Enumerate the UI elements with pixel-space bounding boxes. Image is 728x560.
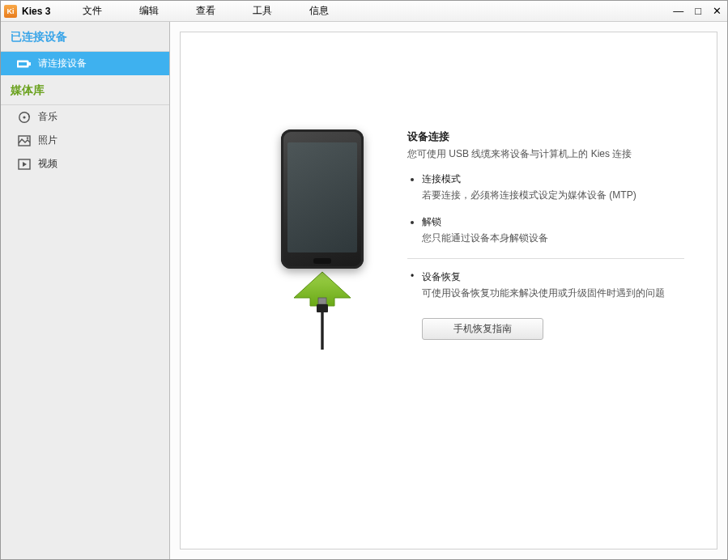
info-column: 设备连接 您可使用 USB 线缆来将设备与计算机上的 Kies 连接 连接模式 … xyxy=(383,129,684,354)
phone-illustration xyxy=(262,129,383,354)
bullet-desc: 若要连接，必须将连接模式设定为媒体设备 (MTP) xyxy=(422,189,684,202)
minimize-button[interactable]: — xyxy=(671,5,686,17)
sidebar-item-label: 照片 xyxy=(38,134,57,147)
sidebar-item-photos[interactable]: 照片 xyxy=(1,129,169,152)
sidebar-item-connect-device[interactable]: 请连接设备 xyxy=(1,52,169,75)
main-panel: 设备连接 您可使用 USB 线缆来将设备与计算机上的 Kies 连接 连接模式 … xyxy=(180,32,717,549)
sidebar-item-label: 视频 xyxy=(38,157,57,171)
recover-desc: 可使用设备恢复功能来解决使用或升级固件时遇到的问题 xyxy=(422,286,684,300)
bullet-unlock: 解锁 您只能通过设备本身解锁设备 xyxy=(422,215,684,245)
sidebar-header-connected: 已连接设备 xyxy=(1,22,169,52)
connect-subtitle: 您可使用 USB 线缆来将设备与计算机上的 Kies 连接 xyxy=(407,147,684,161)
svg-rect-2 xyxy=(28,62,31,66)
menu-info[interactable]: 信息 xyxy=(309,4,329,18)
menu-view[interactable]: 查看 xyxy=(196,4,215,18)
menu-tools[interactable]: 工具 xyxy=(253,4,272,18)
connect-title: 设备连接 xyxy=(407,129,684,144)
app-icon: Ki xyxy=(4,5,17,18)
content: 已连接设备 请连接设备 媒体库 音乐 xyxy=(1,22,727,559)
recovery-guide-button[interactable]: 手机恢复指南 xyxy=(422,318,543,340)
sidebar-header-library: 媒体库 xyxy=(1,75,169,105)
main-area: 设备连接 您可使用 USB 线缆来将设备与计算机上的 Kies 连接 连接模式 … xyxy=(170,22,727,559)
svg-point-7 xyxy=(27,137,28,138)
sidebar-item-music[interactable]: 音乐 xyxy=(1,105,169,129)
photo-icon xyxy=(17,135,32,146)
maximize-button[interactable]: □ xyxy=(692,5,704,17)
bullet-desc: 您只能通过设备本身解锁设备 xyxy=(422,231,684,245)
menu-file[interactable]: 文件 xyxy=(83,4,102,18)
sidebar-item-label: 音乐 xyxy=(38,110,57,124)
bullet-connection-mode: 连接模式 若要连接，必须将连接模式设定为媒体设备 (MTP) xyxy=(422,172,684,202)
connect-bullets: 连接模式 若要连接，必须将连接模式设定为媒体设备 (MTP) 解锁 您只能通过设… xyxy=(407,172,684,245)
app-title: Kies 3 xyxy=(22,6,50,17)
svg-rect-3 xyxy=(19,62,27,66)
phone-body-icon xyxy=(281,129,364,269)
connect-row: 设备连接 您可使用 USB 线缆来将设备与计算机上的 Kies 连接 连接模式 … xyxy=(262,129,684,354)
bullet-title: 解锁 xyxy=(422,215,684,229)
svg-rect-11 xyxy=(318,298,326,304)
menu-edit[interactable]: 编辑 xyxy=(139,4,159,18)
svg-rect-13 xyxy=(321,312,323,350)
sidebar-item-label: 请连接设备 xyxy=(38,57,87,70)
sidebar: 已连接设备 请连接设备 媒体库 音乐 xyxy=(1,22,170,559)
usb-arrow-icon xyxy=(287,270,357,354)
svg-rect-12 xyxy=(317,304,328,312)
device-icon xyxy=(17,58,32,70)
sidebar-item-videos[interactable]: 视频 xyxy=(1,152,169,176)
window-controls: — □ ✕ xyxy=(671,5,724,17)
video-icon xyxy=(17,159,32,170)
recover-title: 设备恢复 xyxy=(422,270,684,284)
svg-marker-9 xyxy=(23,162,27,167)
music-icon xyxy=(17,112,32,123)
divider xyxy=(407,258,684,259)
close-button[interactable]: ✕ xyxy=(710,5,724,17)
svg-point-5 xyxy=(23,116,25,118)
menu-bar: Ki Kies 3 文件 编辑 查看 工具 信息 — □ ✕ xyxy=(1,1,727,22)
bullet-title: 连接模式 xyxy=(422,172,684,186)
